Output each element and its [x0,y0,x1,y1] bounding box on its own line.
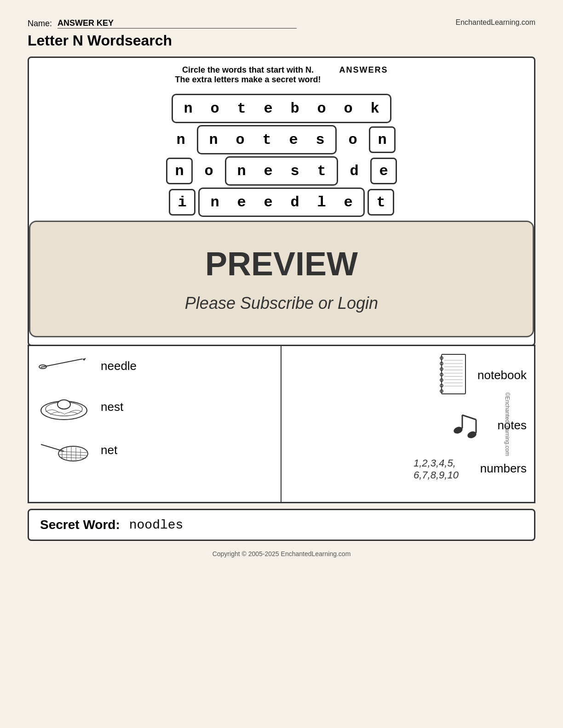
net-label: net [101,443,117,457]
notes-label: notes [497,418,527,432]
item-needle: needle [36,353,273,379]
page-title: Letter N Wordsearch [28,32,535,49]
cell-0-6: o [335,95,362,122]
cell-3-6: e [335,189,362,216]
cell-2-7: e [370,158,397,184]
cell-2-4: s [282,158,308,184]
cell-3-7: t [368,189,394,216]
item-nest: nest [36,390,273,424]
answers-label: ANSWERS [339,65,388,75]
needle-illustration [36,353,92,379]
secret-word-label: Secret Word: [40,518,120,532]
svg-line-15 [60,457,86,458]
grid-row-1: n n o t e s o n [46,125,517,154]
cell-1-5: s [307,126,333,153]
cell-3-1: n [201,189,228,216]
cell-2-3: e [255,158,282,184]
name-label: Name: [28,19,52,28]
name-line: Name: ANSWER KEY [28,18,297,28]
cell-1-6: o [339,126,366,153]
wordsearch-box: Circle the words that start with N. The … [28,57,535,346]
instructions: Circle the words that start with N. The … [175,65,321,85]
grid-row-3: i n e e d l e t [46,188,517,217]
wordsearch-grid: n o t e b o o k n n o t e s o n [36,90,527,221]
cell-1-3: t [253,126,280,153]
svg-text:6,7,8,9,10: 6,7,8,9,10 [414,469,459,481]
cell-1-2: o [227,126,253,153]
cell-3-5: l [308,189,335,216]
circled-needle: n e e d l e [198,188,365,217]
cell-2-6: d [341,158,368,184]
numbers-label: numbers [480,461,527,476]
cell-3-4: d [282,189,308,216]
item-notes: notes [289,408,527,443]
svg-line-0 [41,359,82,367]
svg-marker-2 [82,358,86,361]
images-left: needle nest [29,346,282,502]
nest-label: nest [101,400,123,414]
circled-nest: n e s t [225,156,338,186]
svg-point-7 [58,446,88,461]
instruction-line1: Circle the words that start with N. [175,65,321,75]
item-notebook: notebook [289,353,527,397]
cell-2-1: o [195,158,222,184]
cell-0-5: o [308,95,335,122]
cell-2-0: n [166,158,193,184]
preview-subtitle: Please Subscribe or Login [49,294,514,313]
net-illustration [36,435,92,465]
cell-1-4: e [280,126,307,153]
cell-1-1: n [200,126,227,153]
preview-overlay: PREVIEW Please Subscribe or Login [29,221,534,337]
cell-0-3: e [255,95,282,122]
numbers-illustration: 1,2,3,4,5, 6,7,8,9,10 [411,454,471,483]
cell-3-2: e [228,189,255,216]
needle-label: needle [101,359,137,373]
svg-line-37 [462,415,476,420]
cell-0-7: k [362,95,388,122]
svg-text:1,2,3,4,5,: 1,2,3,4,5, [414,457,456,469]
name-value: ANSWER KEY [57,18,297,28]
svg-point-5 [57,400,70,409]
svg-line-14 [59,455,88,455]
item-net: net [36,435,273,465]
notebook-illustration [436,353,468,397]
svg-line-13 [59,451,88,453]
images-section: needle nest [28,345,535,503]
cell-1-7: n [369,126,396,153]
cell-0-4: b [282,95,308,122]
footer: Copyright © 2005-2025 EnchantedLearning.… [28,550,535,557]
instruction-line2: The extra letters make a secret word! [175,75,321,85]
nest-illustration [36,390,92,424]
grid-row-0: n o t e b o o k [46,94,517,123]
cell-3-0: i [169,189,195,216]
item-numbers: 1,2,3,4,5, 6,7,8,9,10 numbers [289,454,527,483]
header: Name: ANSWER KEY EnchantedLearning.com [28,18,535,28]
brand: EnchantedLearning.com [456,18,535,27]
cell-0-2: t [228,95,255,122]
notebook-label: notebook [477,368,527,382]
cell-0-1: o [201,95,228,122]
grid-row-2: n o n e s t d e [46,156,517,186]
preview-title: PREVIEW [49,245,514,283]
cell-0-0: n [175,95,201,122]
circled-notebook: n o t e b o o k [172,94,391,123]
instruction-row: Circle the words that start with N. The … [36,65,527,85]
images-right: notebook notes 1,2,3,4,5, [282,346,534,502]
circled-notes: n o t e s [197,125,337,154]
watermark: ©EnchantedLearning.com [505,392,511,456]
cell-2-5: t [308,158,335,184]
secret-word-value: noodles [129,518,184,532]
cell-2-2: n [228,158,255,184]
notes-illustration [447,408,488,443]
secret-word-box: Secret Word: noodles [28,509,535,541]
cell-3-3: e [255,189,282,216]
cell-1-0: n [167,126,194,153]
